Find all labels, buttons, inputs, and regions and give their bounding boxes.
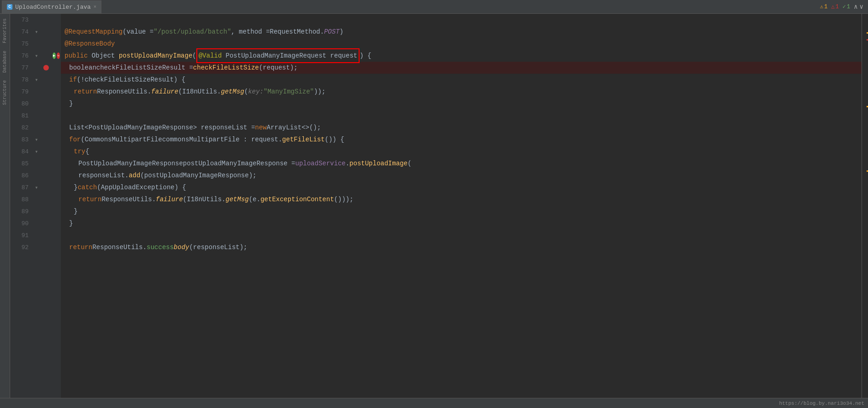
annotation-slot bbox=[52, 229, 61, 241]
breakpoint-slot[interactable] bbox=[41, 146, 52, 157]
annotation-slot bbox=[52, 62, 61, 74]
fold-marker bbox=[32, 62, 41, 74]
nav-down-button[interactable]: ∨ bbox=[860, 3, 863, 11]
structure-item[interactable]: Structure bbox=[1, 77, 8, 108]
breakpoint-slot[interactable] bbox=[41, 134, 52, 146]
error-badge: △ 1 bbox=[831, 3, 838, 10]
fold-marker bbox=[32, 14, 41, 26]
run-icon[interactable]: ▶↪ bbox=[53, 52, 60, 59]
editor-body: Favorites Database Structure 73747576777… bbox=[0, 14, 868, 408]
scrollbar-track[interactable] bbox=[862, 14, 868, 408]
breakpoint-slot[interactable] bbox=[41, 229, 52, 241]
fold-marker[interactable]: ▾ bbox=[32, 146, 41, 157]
annotation-slot bbox=[52, 217, 61, 229]
code-line bbox=[61, 110, 862, 122]
favorites-item[interactable]: Favorites bbox=[1, 16, 8, 46]
editor-container: C UploadController.java × ⚠ 1 △ 1 ✓ 1 ∧ … bbox=[0, 0, 868, 408]
code-line: responseList.add(postUploadManyImageResp… bbox=[61, 169, 862, 181]
annotation-slot bbox=[52, 14, 61, 26]
breakpoint-slot[interactable] bbox=[41, 169, 52, 181]
code-line bbox=[61, 14, 862, 26]
breakpoint-slot[interactable] bbox=[41, 205, 52, 217]
breakpoint-slot[interactable] bbox=[41, 98, 52, 110]
line-number: 78 bbox=[10, 74, 29, 86]
annotation-slot bbox=[52, 26, 61, 38]
code-line: boolean checkFileListSizeResult = checkF… bbox=[61, 62, 862, 74]
annotation-slot bbox=[52, 157, 61, 169]
breakpoint-slot[interactable] bbox=[41, 74, 52, 86]
fold-marker bbox=[32, 38, 41, 50]
right-scrollbar[interactable] bbox=[862, 14, 868, 408]
fold-marker[interactable]: ▾ bbox=[32, 74, 41, 86]
line-number: 79 bbox=[10, 86, 29, 98]
code-line bbox=[61, 229, 862, 241]
line-number: 83 bbox=[10, 134, 29, 146]
annotation-slot bbox=[52, 110, 61, 122]
breakpoint-slot[interactable] bbox=[41, 86, 52, 98]
run-green-icon[interactable]: ▶ bbox=[53, 52, 56, 59]
line-number: 84 bbox=[10, 146, 29, 157]
code-line: for (CommonsMultipartFile commonsMultipa… bbox=[61, 134, 862, 146]
file-tab[interactable]: C UploadController.java × bbox=[2, 0, 101, 13]
breakpoint-slot[interactable] bbox=[41, 181, 52, 193]
fold-marker bbox=[32, 86, 41, 98]
code-line: PostUploadManyImageResponse postUploadMa… bbox=[61, 157, 862, 169]
breakpoint-dot bbox=[43, 65, 49, 70]
breakpoint-slot[interactable] bbox=[41, 62, 52, 74]
fold-marker bbox=[32, 241, 41, 253]
code-line: public Object postUploadManyImage(@Valid… bbox=[61, 50, 862, 62]
close-tab-icon[interactable]: × bbox=[94, 4, 97, 10]
code-line: } bbox=[61, 217, 862, 229]
line-number: 86 bbox=[10, 169, 29, 181]
breakpoint-slot[interactable] bbox=[41, 14, 52, 26]
debug-red-icon[interactable]: ↪ bbox=[57, 52, 60, 59]
annotation-slot bbox=[52, 98, 61, 110]
favorites-bar: Favorites Database Structure bbox=[0, 14, 10, 408]
fold-marker[interactable]: ▾ bbox=[32, 181, 41, 193]
line-numbers: 7374757677787980818283848586878889909192 bbox=[10, 14, 32, 408]
status-bar: https://blog.by.nari3o34.net bbox=[0, 398, 868, 408]
code-line: return ResponseUtils.failure(I18nUtils.g… bbox=[61, 86, 862, 98]
breakpoint-slot[interactable] bbox=[41, 157, 52, 169]
breakpoint-slot[interactable] bbox=[41, 193, 52, 205]
annotation-slot bbox=[52, 205, 61, 217]
breakpoint-slot[interactable] bbox=[41, 38, 52, 50]
annotation-gutter: ▶↪ bbox=[52, 14, 61, 408]
toolbar-right: ⚠ 1 △ 1 ✓ 1 ∧ ∨ bbox=[820, 3, 868, 11]
annotation-slot bbox=[52, 193, 61, 205]
line-number: 82 bbox=[10, 122, 29, 134]
code-lines[interactable]: @RequestMapping(value = "/post/upload/ba… bbox=[61, 14, 862, 408]
fold-marker[interactable]: ▾ bbox=[32, 50, 41, 62]
fold-marker[interactable]: ▾ bbox=[32, 134, 41, 146]
breakpoint-slot[interactable] bbox=[41, 122, 52, 134]
ok-check-icon: ✓ bbox=[843, 3, 846, 10]
parameter-highlight-box: @Valid PostUploadManyImageRequest reques… bbox=[196, 48, 360, 63]
line-number: 75 bbox=[10, 38, 29, 50]
code-line: @ResponseBody bbox=[61, 38, 862, 50]
breakpoint-slot[interactable] bbox=[41, 217, 52, 229]
status-bar-wrapper: https://blog.by.nari3o34.net bbox=[0, 398, 868, 408]
breakpoint-slot[interactable] bbox=[41, 50, 52, 62]
tab-filename: UploadController.java bbox=[15, 4, 91, 11]
line-number: 73 bbox=[10, 14, 29, 26]
error-triangle-icon: △ bbox=[831, 3, 834, 10]
toolbar-nav: ∧ ∨ bbox=[854, 3, 863, 11]
line-number: 81 bbox=[10, 110, 29, 122]
line-number: 85 bbox=[10, 157, 29, 169]
database-item[interactable]: Database bbox=[1, 48, 8, 76]
ok-count: 1 bbox=[847, 4, 850, 10]
fold-marker bbox=[32, 193, 41, 205]
fold-marker bbox=[32, 110, 41, 122]
nav-up-button[interactable]: ∧ bbox=[854, 3, 857, 11]
fold-marker bbox=[32, 157, 41, 169]
annotation-slot bbox=[52, 74, 61, 86]
breakpoint-slot[interactable] bbox=[41, 26, 52, 38]
line-number: 87 bbox=[10, 181, 29, 193]
fold-marker[interactable]: ▾ bbox=[32, 26, 41, 38]
breakpoint-slot[interactable] bbox=[41, 241, 52, 253]
fold-marker bbox=[32, 122, 41, 134]
tab-bar: C UploadController.java × ⚠ 1 △ 1 ✓ 1 ∧ … bbox=[0, 0, 868, 14]
breakpoint-slot[interactable] bbox=[41, 110, 52, 122]
breakpoint-gutter bbox=[41, 14, 52, 408]
line-number: 80 bbox=[10, 98, 29, 110]
